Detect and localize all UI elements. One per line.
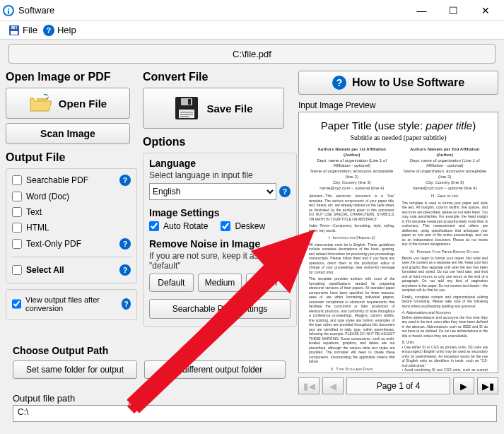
menu-help-label: Help <box>57 25 76 35</box>
titlebar: Software — ☐ ✕ <box>0 0 504 21</box>
help-icon: ? <box>43 25 54 36</box>
save-file-button[interactable]: Save File <box>143 88 284 129</box>
checkbox-deskew[interactable] <box>221 221 230 231</box>
input-image-preview: Paper Title (use style: paper title) Sub… <box>298 112 498 373</box>
image-settings-head: Image Settings <box>149 207 291 218</box>
svg-rect-3 <box>15 26 16 28</box>
window-title: Software <box>18 5 54 16</box>
options-title: Options <box>143 136 293 148</box>
checkbox-textonly-pdf[interactable] <box>12 239 22 249</box>
close-button[interactable]: ✕ <box>469 0 501 21</box>
menu-file[interactable]: File <box>8 25 37 36</box>
different-folder-button[interactable]: Set different output folder <box>144 360 286 379</box>
options-panel: Language Select language in input file E… <box>143 153 297 327</box>
menu-help[interactable]: ? Help <box>43 25 76 36</box>
noise-sub: If you are not sure, keep it as "default… <box>149 251 291 271</box>
svg-rect-7 <box>180 114 193 115</box>
noise-high-button[interactable]: High <box>246 274 291 292</box>
checkbox-html[interactable] <box>12 223 22 233</box>
checkbox-searchable-pdf[interactable] <box>12 175 22 185</box>
same-folder-button[interactable]: Set same folder for output <box>13 360 137 379</box>
output-file-title: Output File <box>6 151 137 164</box>
paper-title: Paper Title (use style: paper title) <box>309 119 488 132</box>
minimize-button[interactable]: — <box>406 0 438 21</box>
convert-title: Convert File <box>143 71 293 83</box>
noise-medium-button[interactable]: Medium <box>198 274 242 292</box>
language-select[interactable]: English <box>149 183 276 200</box>
choose-output-path-title: Choose Output Path <box>13 345 290 356</box>
maximize-button[interactable]: ☐ <box>438 0 469 21</box>
noise-head: Remove Noise in Image <box>149 238 291 250</box>
menubar: File ? Help <box>0 21 504 40</box>
info-icon[interactable]: ? <box>279 186 291 197</box>
app-icon <box>3 5 14 16</box>
svg-rect-6 <box>180 112 193 113</box>
info-icon[interactable]: ? <box>119 264 131 276</box>
language-sub: Select language in input file <box>149 170 291 180</box>
checkbox-view-after[interactable] <box>12 299 21 309</box>
output-formats: Searchable PDF? Word (Doc) Text HTML Tex… <box>6 168 137 283</box>
open-file-button[interactable]: Open File <box>6 88 130 119</box>
how-to-use-button[interactable]: ? How to Use Software <box>298 71 498 95</box>
floppy-disk-icon <box>174 95 199 121</box>
output-path-field[interactable]: C:\ <box>13 405 497 422</box>
save-disk-icon <box>8 25 20 36</box>
checkbox-select-all[interactable] <box>12 265 22 275</box>
output-path-label: Output file path <box>13 393 497 404</box>
scan-image-button[interactable]: Scan Image <box>6 123 130 144</box>
folder-open-icon <box>29 94 52 112</box>
file-path-display: C:\file.pdf <box>8 44 496 64</box>
info-icon[interactable]: ? <box>119 238 131 250</box>
noise-default-button[interactable]: Default <box>149 274 194 292</box>
view-after-box: View output files after conversion? <box>6 289 137 320</box>
searchable-pdf-settings-button[interactable]: Searchable PDF Settings <box>149 299 291 319</box>
language-head: Language <box>149 158 291 169</box>
preview-label: Input Image Preview <box>298 100 498 110</box>
svg-rect-10 <box>188 99 191 105</box>
menu-file-label: File <box>23 25 37 35</box>
checkbox-word[interactable] <box>12 192 22 201</box>
checkbox-auto-rotate[interactable] <box>149 221 159 231</box>
open-section-title: Open Image or PDF <box>6 71 137 83</box>
help-icon: ? <box>332 76 346 90</box>
svg-rect-8 <box>180 116 189 117</box>
paper-subtitle: Subtitle as needed (paper subtitle) <box>309 134 488 141</box>
info-icon[interactable]: ? <box>119 175 131 186</box>
info-icon[interactable]: ? <box>122 298 131 310</box>
checkbox-text[interactable] <box>12 207 22 217</box>
svg-rect-1 <box>11 31 18 35</box>
